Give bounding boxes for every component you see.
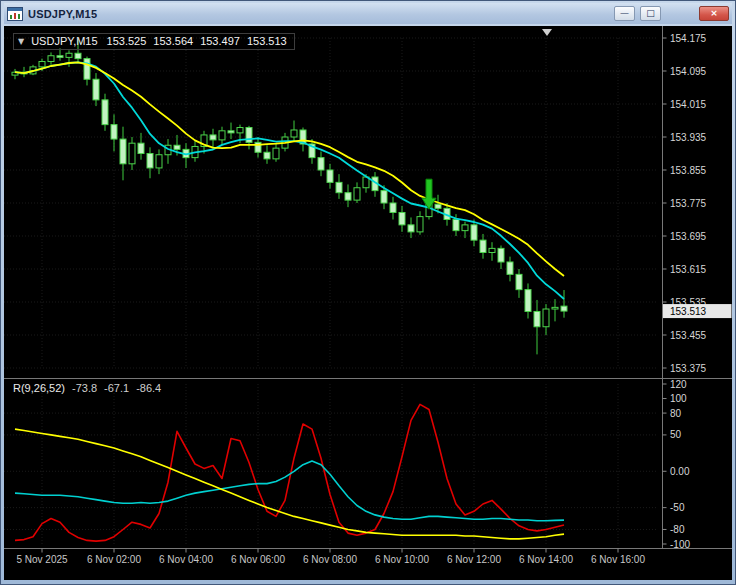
candlestick (129, 137, 135, 170)
candlestick (210, 129, 216, 148)
price-tick-label: 153.695 (670, 231, 707, 242)
candlestick (66, 50, 72, 67)
candlestick (345, 184, 351, 207)
candle-body-bull (417, 217, 423, 232)
price-scale: 154.175154.095154.015153.935153.855153.7… (663, 33, 707, 550)
candlestick (354, 182, 360, 203)
candle-body-bear (138, 143, 144, 153)
candle-body-bear (390, 203, 396, 212)
candle-body-bear (120, 139, 126, 164)
candle-body-bear (93, 79, 99, 100)
candle-body-bull (291, 130, 297, 137)
candle-body-bear (480, 240, 486, 252)
price-tick-label: 154.095 (670, 66, 707, 77)
price-tick-label: 153.615 (670, 264, 707, 275)
indicator-fast-line (15, 404, 564, 541)
indicator-name: R(9,26,52) (13, 382, 65, 394)
symbol-timeframe-label: USDJPY,M15 (31, 35, 97, 47)
window-title: USDJPY,M15 (28, 8, 97, 20)
candle-body-bear (453, 220, 459, 231)
candlestick (264, 145, 270, 164)
candlestick (318, 151, 324, 176)
time-tick-label: 5 Nov 2025 (16, 554, 68, 565)
ohlc-readout: ▼ USDJPY,M15 153.525 153.564 153.497 153… (13, 33, 295, 50)
candle-body-bull (129, 143, 135, 164)
candlestick (255, 137, 261, 158)
candlestick (390, 197, 396, 220)
candlestick (498, 245, 504, 269)
price-tick-label: 154.175 (670, 33, 707, 44)
candle-body-bull (354, 188, 360, 200)
candle-body-bull (462, 225, 468, 231)
candlestick (534, 300, 540, 354)
candlestick (246, 126, 252, 150)
ohlc-close: 153.513 (247, 35, 287, 47)
price-tick-label: 153.455 (670, 330, 707, 341)
candle-body-bear (561, 306, 567, 311)
indicator-tick-label: -100 (670, 539, 690, 550)
candlestick (57, 48, 63, 60)
chevron-down-icon[interactable]: ▼ (18, 37, 24, 46)
ohlc-open: 153.525 (107, 35, 147, 47)
candle-body-bull (552, 307, 558, 309)
indicator-value-2: -67.1 (104, 382, 129, 394)
candle-body-bear (327, 170, 333, 182)
candlestick (516, 269, 522, 298)
time-tick-label: 6 Nov 10:00 (375, 554, 429, 565)
candlestick (12, 69, 18, 79)
candle-body-bear (147, 154, 153, 168)
candlestick (138, 133, 144, 160)
candle-body-bear (57, 56, 63, 58)
candle-body-bear (102, 100, 108, 125)
candle-body-bear (174, 145, 180, 149)
indicator-tick-label: 120 (670, 379, 687, 390)
indicator-value-1: -73.8 (72, 382, 97, 394)
candlestick (228, 123, 234, 140)
chart-canvas[interactable]: 154.175154.095154.015153.935153.855153.7… (4, 26, 732, 580)
chart-client-area: 154.175154.095154.015153.935153.855153.7… (4, 26, 732, 580)
candle-body-bull (156, 155, 162, 168)
candlestick (219, 127, 225, 146)
candle-body-bear (210, 135, 216, 140)
minimize-icon: — (620, 8, 629, 18)
indicator-slow-line (15, 429, 564, 539)
price-tick-label: 153.935 (670, 132, 707, 143)
candlestick (552, 299, 558, 321)
indicator-label: R(9,26,52) -73.8 -67.1 -86.4 (13, 382, 161, 394)
candle-body-bear (75, 53, 81, 58)
candle-body-bull (237, 128, 243, 133)
candlestick (543, 304, 549, 335)
candles-layer (12, 39, 567, 354)
candle-body-bear (471, 225, 477, 240)
indicator-tick-label: 0.00 (670, 466, 690, 477)
candlestick (48, 52, 54, 64)
candle-body-bear (84, 59, 90, 80)
candlestick (408, 217, 414, 238)
candlestick (273, 143, 279, 162)
close-button[interactable]: × (699, 6, 729, 21)
candle-body-bear (525, 290, 531, 312)
candle-body-bear (408, 225, 414, 232)
minimize-button[interactable]: — (614, 6, 635, 21)
candle-body-bull (39, 62, 45, 67)
time-tick-label: 6 Nov 02:00 (87, 554, 141, 565)
restore-button[interactable]: □ (640, 6, 661, 21)
indicator-value-3: -86.4 (136, 382, 161, 394)
time-tick-label: 6 Nov 06:00 (231, 554, 285, 565)
candlestick (489, 242, 495, 261)
candlestick (156, 149, 162, 174)
close-icon: × (710, 8, 718, 18)
chart-shift-marker-icon[interactable] (542, 29, 552, 36)
candle-body-bear (264, 152, 270, 159)
candlestick (561, 290, 567, 318)
candlestick (147, 147, 153, 178)
candlestick (507, 257, 513, 282)
price-tick-label: 153.855 (670, 165, 707, 176)
candle-body-bear (345, 193, 351, 200)
candlestick (165, 139, 171, 164)
ohlc-high: 153.564 (153, 35, 193, 47)
candle-body-bull (543, 309, 549, 327)
title-bar[interactable]: USDJPY,M15 — □ × (4, 3, 732, 24)
candlestick (399, 206, 405, 232)
price-tick-label: 153.775 (670, 198, 707, 209)
